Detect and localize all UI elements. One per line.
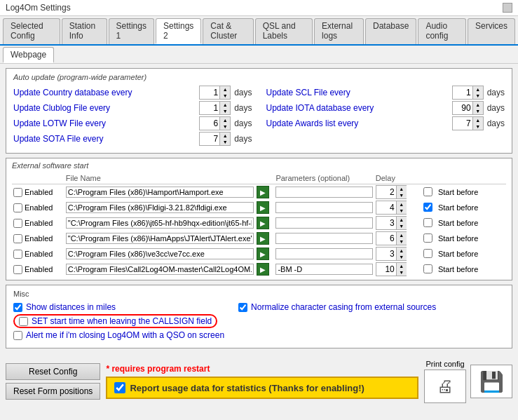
tab-settings1[interactable]: Settings 1: [109, 18, 154, 44]
startbefore-checkbox-5[interactable]: [423, 249, 432, 258]
spinner-awards-input[interactable]: [453, 117, 472, 130]
params-input-2[interactable]: [275, 202, 372, 213]
browse-button-2[interactable]: ▶: [257, 201, 269, 214]
params-input-5[interactable]: [275, 248, 372, 259]
update-label-country: Update Country database every: [13, 88, 196, 97]
startbefore-checkbox-3[interactable]: [423, 218, 432, 227]
print-config-label: Print config: [425, 360, 464, 368]
delay-input-4[interactable]: [376, 232, 396, 245]
delay-up-1[interactable]: ▲: [397, 186, 407, 192]
spinner-sota-up[interactable]: ▲: [220, 133, 230, 139]
spinner-iota-up[interactable]: ▲: [473, 102, 483, 108]
file-cell-6: [64, 262, 255, 277]
file-input-6[interactable]: [66, 264, 254, 275]
tab-station-info[interactable]: Station Info: [62, 18, 107, 44]
spinner-lotw-down[interactable]: ▼: [220, 123, 230, 130]
tab-database[interactable]: Database: [365, 18, 416, 44]
spinner-clublog-down[interactable]: ▼: [220, 108, 230, 114]
tab-audio-config[interactable]: Audio config: [418, 18, 466, 44]
params-input-6[interactable]: [275, 264, 372, 275]
enabled-label-3: Enabled: [25, 219, 53, 227]
spinner-awards-up[interactable]: ▲: [473, 117, 483, 123]
report-button[interactable]: Report usage data for statistics (Thanks…: [106, 377, 418, 399]
delay-down-1[interactable]: ▼: [397, 192, 407, 198]
update-row-awards: Update Awards list every ▲ ▼ days: [266, 116, 505, 130]
delay-input-3[interactable]: [376, 217, 396, 229]
tab-external-logs[interactable]: External logs: [314, 18, 364, 44]
spinner-country-up[interactable]: ▲: [220, 86, 230, 93]
file-input-3[interactable]: [66, 217, 254, 229]
spinner-lotw-input[interactable]: [200, 117, 219, 130]
delay-up-6[interactable]: ▲: [397, 263, 407, 269]
file-input-4[interactable]: [66, 233, 254, 244]
delay-up-5[interactable]: ▲: [397, 248, 407, 254]
spinner-clublog-up[interactable]: ▲: [220, 102, 230, 108]
print-icon[interactable]: 🖨: [424, 370, 466, 403]
save-icon[interactable]: 💾: [470, 365, 512, 398]
checkbox-normalize[interactable]: [238, 303, 247, 312]
delay-btns-3: ▲ ▼: [396, 217, 407, 229]
spinner-sota-input[interactable]: [200, 133, 219, 145]
browse-button-5[interactable]: ▶: [257, 248, 269, 260]
delay-down-5[interactable]: ▼: [397, 254, 407, 260]
delay-up-2[interactable]: ▲: [397, 201, 407, 208]
delay-up-3[interactable]: ▲: [397, 217, 407, 223]
delay-down-3[interactable]: ▼: [397, 223, 407, 229]
startbefore-checkbox-6[interactable]: [423, 264, 432, 273]
spinner-iota-input[interactable]: [453, 102, 472, 114]
enabled-checkbox-4[interactable]: [13, 234, 22, 243]
checkbox-alert[interactable]: [13, 331, 22, 340]
delay-input-6[interactable]: [376, 263, 396, 276]
tab-qsl-labels[interactable]: QSL and Labels: [255, 18, 313, 44]
spinner-clublog-input[interactable]: [200, 102, 219, 114]
spinner-scl-up[interactable]: ▲: [473, 86, 483, 93]
spinner-sota-down[interactable]: ▼: [220, 139, 230, 145]
delay-down-4[interactable]: ▼: [397, 238, 407, 245]
startbefore-checkbox-2[interactable]: [423, 203, 432, 212]
browse-button-4[interactable]: ▶: [257, 232, 269, 245]
startbefore-checkbox-1[interactable]: [423, 187, 432, 196]
report-checkbox[interactable]: [114, 382, 125, 393]
tab-settings2[interactable]: Settings 2: [156, 18, 201, 44]
spinner-awards-down[interactable]: ▼: [473, 123, 483, 130]
enabled-checkbox-5[interactable]: [13, 250, 22, 259]
delay-down-2[interactable]: ▼: [397, 208, 407, 214]
startbefore-checkbox-4[interactable]: [423, 233, 432, 243]
enabled-checkbox-2[interactable]: [13, 203, 22, 212]
auto-update-left: Update Country database every ▲ ▼ days U…: [13, 86, 252, 147]
tab-cat-cluster[interactable]: Cat & Cluster: [203, 18, 253, 44]
checkbox-settime[interactable]: [19, 317, 28, 326]
browse-button-1[interactable]: ▶: [257, 186, 269, 198]
delay-input-2[interactable]: [376, 201, 396, 214]
delay-up-4[interactable]: ▲: [397, 232, 407, 238]
spinner-scl-down[interactable]: ▼: [473, 93, 483, 99]
params-input-3[interactable]: [275, 217, 372, 229]
spinner-country-input[interactable]: [200, 86, 219, 99]
delay-input-1[interactable]: [376, 186, 396, 198]
tab-services[interactable]: Services: [468, 18, 515, 44]
spinner-scl-input[interactable]: [453, 86, 472, 99]
reset-config-button[interactable]: Reset Config: [6, 363, 100, 380]
file-input-5[interactable]: [66, 248, 254, 259]
spinner-iota-down[interactable]: ▼: [473, 108, 483, 114]
browse-button-3[interactable]: ▶: [257, 217, 269, 229]
file-input-1[interactable]: [66, 187, 254, 198]
params-input-4[interactable]: [275, 233, 372, 244]
spinner-lotw-up[interactable]: ▲: [220, 117, 230, 123]
delay-input-5[interactable]: [376, 248, 396, 260]
delay-down-6[interactable]: ▼: [397, 269, 407, 276]
browse-button-6[interactable]: ▶: [257, 263, 269, 276]
reset-positions-button[interactable]: Reset Form positions: [6, 383, 100, 400]
enabled-checkbox-3[interactable]: [13, 219, 22, 228]
col-params-header: Parameters (optional): [274, 174, 374, 184]
checkbox-distances[interactable]: [13, 303, 22, 312]
tab-webpage[interactable]: Webpage: [3, 47, 54, 63]
file-input-2[interactable]: [66, 202, 254, 213]
params-input-1[interactable]: [275, 187, 372, 198]
enabled-checkbox-1[interactable]: [13, 188, 22, 197]
spinner-country-down[interactable]: ▼: [220, 93, 230, 99]
enabled-checkbox-6[interactable]: [13, 265, 22, 274]
delay-btns-2: ▲ ▼: [396, 201, 407, 214]
window-control[interactable]: [503, 3, 512, 13]
tab-selected-config[interactable]: Selected Config: [3, 18, 60, 44]
